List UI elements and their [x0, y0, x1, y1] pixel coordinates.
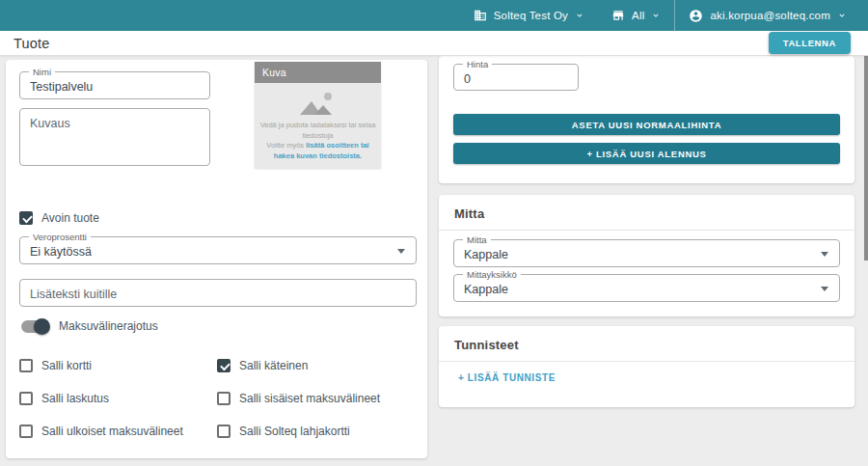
- image-placeholder-icon: [298, 91, 339, 116]
- allow-invoice-label: Salli laskutus: [41, 392, 109, 405]
- price-card: Hinta ASETA UUSI NORMAALIHINTA + LISÄÄ U…: [439, 56, 854, 183]
- image-upload-title: Kuva: [255, 62, 381, 83]
- store-selector[interactable]: All: [598, 0, 674, 31]
- allow-external-label: Salli ulkoiset maksuvälineet: [41, 425, 183, 438]
- content-area: Nimi Kuva Vedä ja pudota ladataksesi tai…: [0, 56, 868, 466]
- measure-select[interactable]: Mitta Kappale: [453, 239, 840, 267]
- receipt-text-input[interactable]: [20, 280, 416, 306]
- price-field[interactable]: Hinta: [453, 64, 579, 91]
- allow-giftcard-label: Salli Solteq lahjakortti: [239, 425, 350, 438]
- section-divider: [439, 230, 854, 231]
- allow-external-row[interactable]: Salli ulkoiset maksuvälineet: [19, 425, 183, 438]
- name-field-label: Nimi: [29, 67, 55, 77]
- dropdown-arrow-icon: [397, 249, 405, 254]
- dropdown-arrow-icon: [821, 287, 828, 291]
- toggle-knob: [34, 318, 50, 335]
- product-details-card: Nimi Kuva Vedä ja pudota ladataksesi tai…: [6, 60, 427, 458]
- measure-select-label: Mitta: [463, 234, 491, 245]
- tags-section-title: Tunnisteet: [439, 326, 854, 361]
- set-price-button[interactable]: ASETA UUSI NORMAALIHINTA: [453, 114, 840, 135]
- allow-giftcard-row[interactable]: Salli Solteq lahjakortti: [217, 425, 350, 438]
- allow-card-checkbox[interactable]: [19, 359, 33, 372]
- unit-select-label: Mittayksikkö: [463, 269, 521, 280]
- payment-restriction-label: Maksuvälinerajotus: [59, 319, 158, 333]
- allow-internal-row[interactable]: Salli sisäiset maksuvälineet: [217, 392, 380, 405]
- allow-internal-label: Salli sisäiset maksuvälineet: [239, 392, 380, 405]
- name-field[interactable]: Nimi: [19, 71, 210, 99]
- allow-invoice-checkbox[interactable]: [19, 392, 33, 405]
- description-field[interactable]: [19, 108, 210, 166]
- upload-alt-text: Voitte myös lisätä osoitteen tai hakea k…: [259, 141, 376, 161]
- measure-card: Mitta Mitta Kappale Mittayksikkö Kappale: [439, 195, 854, 316]
- tax-select-label: Veroprosentti: [29, 232, 91, 242]
- user-email: aki.korpua@solteq.com: [710, 10, 830, 21]
- allow-cash-row[interactable]: Salli käteinen: [217, 359, 308, 372]
- unit-select[interactable]: Mittayksikkö Kappale: [453, 274, 840, 302]
- allow-internal-checkbox[interactable]: [217, 392, 231, 405]
- tax-select[interactable]: Veroprosentti Ei käytössä: [19, 236, 417, 264]
- save-button[interactable]: TALLENNA: [769, 32, 851, 54]
- measure-select-value: Kappale: [454, 240, 839, 261]
- allow-external-checkbox[interactable]: [19, 425, 33, 438]
- allow-card-row[interactable]: Salli kortti: [19, 359, 92, 372]
- vertical-scrollbar[interactable]: [864, 56, 868, 260]
- price-field-label: Hinta: [463, 59, 492, 69]
- open-product-checkbox-row[interactable]: Avoin tuote: [19, 211, 99, 225]
- chevron-down-icon: [575, 11, 584, 20]
- dropdown-arrow-icon: [821, 252, 828, 257]
- upload-drop-text: Vedä ja pudota ladataksesi tai selaa tie…: [259, 121, 376, 141]
- receipt-text-field[interactable]: [19, 279, 417, 307]
- payment-restriction-toggle-row[interactable]: Maksuvälinerajotus: [21, 319, 158, 333]
- allow-card-label: Salli kortti: [41, 359, 92, 372]
- company-selector[interactable]: Solteq Test Oy: [460, 0, 598, 31]
- tags-card: Tunnisteet + LISÄÄ TUNNISTE: [439, 326, 854, 407]
- top-bar: Solteq Test Oy All aki.korpua@solteq.com: [0, 0, 868, 31]
- allow-invoice-row[interactable]: Salli laskutus: [19, 392, 109, 405]
- image-upload: Kuva Vedä ja pudota ladataksesi tai sela…: [255, 62, 381, 168]
- company-name: Solteq Test Oy: [494, 10, 568, 21]
- open-product-label: Avoin tuote: [41, 211, 99, 225]
- upload-alt-prefix: Voitte myös: [266, 141, 306, 150]
- chevron-down-icon: [837, 11, 847, 20]
- page-title: Tuote: [14, 36, 50, 51]
- image-dropzone[interactable]: Vedä ja pudota ladataksesi tai selaa tie…: [255, 83, 381, 168]
- description-input[interactable]: [20, 109, 209, 165]
- payment-restriction-toggle[interactable]: [21, 320, 47, 333]
- allow-giftcard-checkbox[interactable]: [217, 425, 231, 438]
- allow-cash-label: Salli käteinen: [239, 359, 308, 372]
- user-menu[interactable]: aki.korpua@solteq.com: [675, 0, 860, 31]
- store-name: All: [632, 10, 644, 21]
- add-discount-button[interactable]: + LISÄÄ UUSI ALENNUS: [453, 143, 840, 164]
- building-icon: [474, 9, 487, 22]
- user-icon: [689, 9, 703, 23]
- measure-section-title: Mitta: [439, 195, 854, 230]
- allow-cash-checkbox[interactable]: [217, 359, 231, 372]
- app-header: Tuote TALLENNA: [0, 31, 868, 56]
- add-tag-link[interactable]: + LISÄÄ TUNNISTE: [458, 372, 556, 383]
- section-divider: [439, 361, 854, 362]
- chevron-down-icon: [651, 11, 661, 20]
- open-product-checkbox[interactable]: [19, 211, 33, 225]
- store-icon: [611, 9, 625, 22]
